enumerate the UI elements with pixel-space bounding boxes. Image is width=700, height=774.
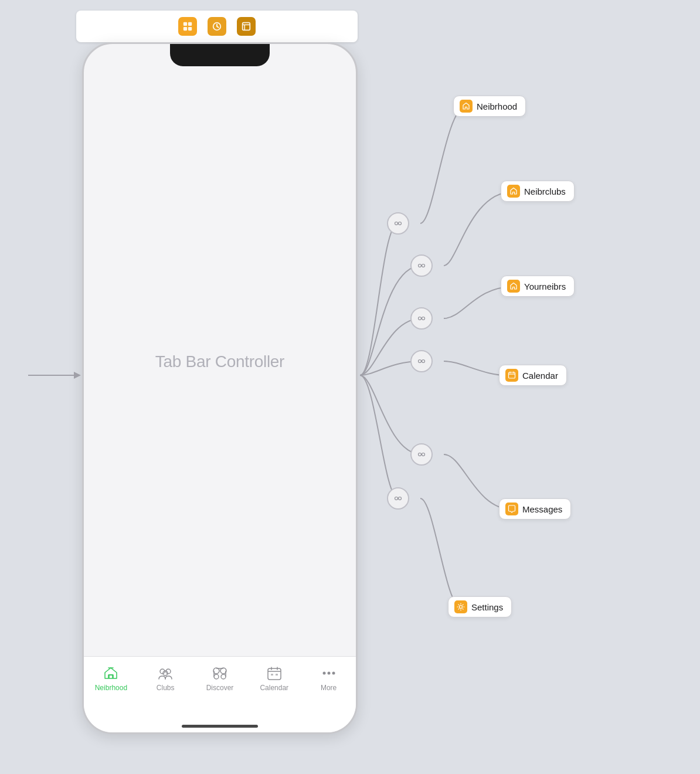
neibrhood-icon [101,665,120,681]
svg-point-43 [422,360,425,363]
svg-rect-8 [109,675,113,678]
svg-point-15 [221,674,226,679]
tab-label-calendar: Calendar [260,684,288,692]
svg-point-38 [419,264,422,267]
tab-item-calendar[interactable]: Calendar [251,665,298,692]
dest-neibrclubs-icon [507,185,520,198]
svg-point-46 [395,497,398,500]
dest-settings-label: Settings [471,602,503,612]
tab-item-clubs[interactable]: Clubs [142,665,189,692]
svg-point-41 [422,317,425,320]
entry-arrow [28,364,87,387]
dest-calendar[interactable]: Calendar [499,365,567,386]
svg-point-45 [422,453,425,456]
svg-rect-23 [271,674,273,675]
phone-title: Tab Bar Controller [155,352,284,371]
dest-settings-icon [454,600,467,613]
dest-yourneibrs-label: Yourneibrs [524,281,566,291]
tab-item-discover[interactable]: Discover [196,665,243,692]
tab-bar: Neibrhood Clubs [84,656,356,732]
toolbar-icon-1[interactable] [178,17,197,36]
phone-content-area: Tab Bar Controller [84,73,356,650]
dest-neibrhood-icon [460,100,473,113]
phone-notch [170,44,270,66]
svg-rect-19 [268,668,281,680]
dest-neibrclubs[interactable]: Neibrclubs [501,181,575,202]
dest-neibrclubs-label: Neibrclubs [524,186,566,196]
svg-point-52 [460,606,463,609]
svg-rect-1 [188,22,192,26]
tab-item-more[interactable]: More [305,665,352,692]
dest-messages[interactable]: Messages [499,498,571,520]
scene-node-3[interactable] [410,307,433,330]
dest-messages-label: Messages [522,504,562,514]
svg-point-25 [322,672,325,675]
dest-yourneibrs[interactable]: Yourneibrs [501,276,575,297]
toolbar-icon-3[interactable] [237,17,256,36]
scene-node-6[interactable] [387,487,409,510]
tab-label-neibrhood: Neibrhood [95,684,127,692]
tab-label-more: More [321,684,337,692]
svg-marker-29 [74,372,81,379]
svg-rect-3 [188,27,192,30]
svg-rect-5 [243,23,250,30]
svg-point-39 [422,264,425,267]
scene-node-1[interactable] [387,212,409,235]
svg-point-27 [332,672,335,675]
svg-point-36 [395,222,398,225]
dest-neibrhood[interactable]: Neibrhood [453,96,526,117]
home-indicator [182,725,258,728]
toolbar-icon-2[interactable] [208,17,226,36]
dest-calendar-label: Calendar [522,371,558,381]
calendar-icon [265,665,284,681]
svg-point-44 [419,453,422,456]
svg-rect-24 [276,674,278,675]
svg-point-26 [327,672,330,675]
toolbar [76,11,358,42]
svg-point-42 [419,360,422,363]
dest-neibrhood-label: Neibrhood [477,101,517,111]
dest-calendar-icon [505,369,518,382]
svg-point-40 [419,317,422,320]
tab-label-discover: Discover [206,684,234,692]
svg-point-14 [214,674,219,679]
svg-rect-2 [184,27,187,30]
tab-label-clubs: Clubs [157,684,175,692]
dest-messages-icon [505,503,518,515]
phone-frame: Tab Bar Controller Neibrhood [82,42,358,734]
svg-rect-48 [509,372,515,378]
svg-point-37 [399,222,402,225]
scene-node-5[interactable] [410,443,433,466]
svg-point-47 [399,497,402,500]
scene-node-4[interactable] [410,350,433,372]
tab-item-neibrhood[interactable]: Neibrhood [87,665,134,692]
dest-settings[interactable]: Settings [448,596,512,617]
more-icon [320,665,338,681]
clubs-icon [156,665,175,681]
svg-rect-0 [184,22,187,26]
discover-icon [210,665,229,681]
scene-node-2[interactable] [410,254,433,277]
dest-yourneibrs-icon [507,280,520,293]
